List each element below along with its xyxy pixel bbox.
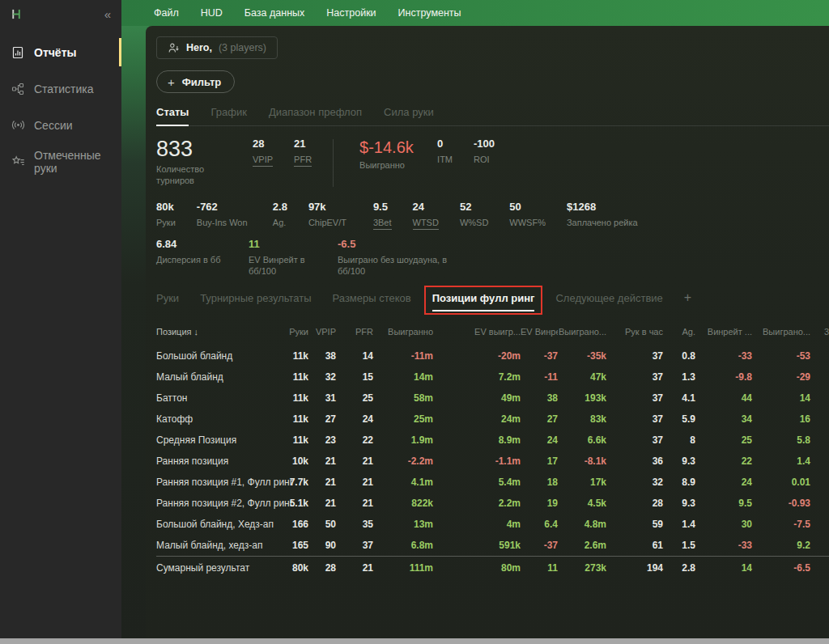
stat-row1-7: -100ROI [474,138,495,165]
value-cell: 59 [606,519,663,530]
menu-item-5[interactable]: Инструменты [398,7,461,19]
value-cell: 44 [695,392,752,404]
value-cell: -6.5 [752,562,810,574]
player-selector-button[interactable]: Hero, (3 players) [156,36,278,59]
report-tab-label: + [684,290,691,304]
column-header-8[interactable]: Выиграно... [558,327,606,337]
value-cell: 4.5k [558,498,606,509]
value-cell: 90 [308,540,336,551]
column-header-4[interactable]: PFR [336,327,373,337]
value-cell: -0.93 [752,498,810,509]
value-cell: 111m [373,562,433,574]
stat-label[interactable]: VPIP [253,154,273,167]
column-header-6[interactable]: EV выигр... [433,327,521,337]
value-cell: 21 [336,455,373,467]
table-row[interactable]: Малый блайнд, хедз-ап16590376.8m591k-372… [156,535,829,556]
value-cell: 0.8 [663,350,695,362]
stat-label[interactable]: WTSD [413,217,439,230]
report-tab-1[interactable]: Руки [156,292,179,311]
sessions-icon [11,118,25,132]
value-cell: 25 [336,392,373,404]
report-tab-2[interactable]: Турнирные результаты [200,292,311,311]
stat-row2-5: 9.53Bet [373,201,392,230]
active-item-indicator [119,38,121,66]
value-cell: 8.9 [663,477,695,488]
value-cell: -37 [521,540,558,551]
value-cell: -7.5 [752,519,810,530]
stat-label: ChipEV/T [308,217,352,228]
column-header-10[interactable]: Ag. [663,327,695,337]
value-cell: -11 [521,371,558,383]
value-cell: 37 [606,392,663,404]
table-row[interactable]: Большой блайнд, Хедз-ап166503513m4m6.44.… [156,514,829,535]
table-row[interactable]: Средняя Позиция11k23221.9m8.9m246.6k3782… [156,430,829,451]
value-cell: 58m [373,392,433,404]
stat-row1-5: $-14.6kВыигранно [359,138,416,171]
column-header-11[interactable]: Винрейт ... [695,327,752,337]
view-tab-4[interactable]: Сила руки [384,106,434,118]
table-row[interactable]: Баттон11k312558m49m38193k374.14414 [156,388,829,409]
column-header-12[interactable]: Выиграно... [752,327,810,337]
collapse-sidebar-icon[interactable]: « [104,8,111,20]
sidebar-item-3[interactable]: Сессии [0,107,121,143]
value-cell: 38 [308,350,336,362]
view-tab-1[interactable]: Статы [156,106,189,118]
value-cell: 38 [521,392,558,404]
value-cell: 7.2m [433,371,521,383]
table-row[interactable]: Катофф11k272425m24m2783k375.93416 [156,409,829,430]
stat-label[interactable]: PFR [294,154,312,167]
table-row[interactable]: Ранняя позиция #2, Фулл ринг5.1k2121822k… [156,493,829,514]
column-header-7[interactable]: EV Винре... [521,327,558,337]
column-header-13[interactable]: 3 [810,327,829,337]
table-row[interactable]: Ранняя позиция #1, Фулл ринг7.7k21214.1m… [156,472,829,493]
stat-value: 52 [460,201,488,214]
menu-item-4[interactable]: Настройки [326,7,376,19]
column-header-9[interactable]: Рук в час [606,327,663,337]
stat-row1-2: 28VPIP [253,138,273,167]
view-tabs: СтатыГрафикДиапазон префлопСила руки [156,106,829,126]
positions-table: Позиция ↓РукиVPIPPFRВыигранноEV выигр...… [156,318,829,578]
column-header-1[interactable]: Позиция ↓ [156,327,278,337]
report-tab-3[interactable]: Размеры стеков [333,292,411,311]
view-tab-2[interactable]: График [210,106,246,118]
table-row[interactable]: Малый блайнд11k321514m7.2m-1147k371.3-9.… [156,366,829,388]
player-name: Hero, [186,42,212,53]
position-cell: Малый блайнд [156,371,278,383]
menu-item-3[interactable]: База данных [244,7,304,19]
table-row[interactable]: Ранняя позиция10k2121-2.2m-1.1m17-8.1k36… [156,451,829,472]
value-cell: 11k [278,392,308,404]
value-cell: 1.3 [663,371,695,383]
stat-label[interactable]: 3Bet [373,217,392,230]
add-report-tab-button[interactable]: + [684,292,691,311]
sidebar-item-2[interactable]: Статистика [0,70,121,107]
report-tab-5[interactable]: Следующее действие [555,292,662,311]
marked-hands-icon [11,155,25,168]
value-cell: 24m [433,413,521,425]
stats-divider [333,139,334,187]
value-cell: 22 [336,434,373,446]
sidebar-header: « [0,0,121,28]
report-panel: Hero, (3 players) + Фильтр СтатыГрафикДи… [146,26,829,644]
value-cell: 24 [521,434,558,446]
table-row[interactable]: Большой блайнд11k3814-11m-20m-37-35k370.… [156,345,829,366]
menu-item-1[interactable]: Файл [154,7,179,19]
app-logo-icon [11,8,23,20]
report-tab-label: Позиции фулл ринг [432,292,535,304]
filter-button[interactable]: + Фильтр [156,70,235,93]
menu-item-2[interactable]: HUD [201,7,223,19]
sidebar-item-4[interactable]: Отмеченные руки [0,143,121,180]
value-cell: 4.1m [373,477,433,488]
sidebar-item-label: Отмеченные руки [34,149,121,175]
sidebar-item-1[interactable]: Отчёты [0,34,121,70]
column-header-5[interactable]: Выигранно [373,327,433,337]
value-cell: -8.1k [558,455,606,467]
column-header-2[interactable]: Руки [278,327,308,337]
column-header-3[interactable]: VPIP [308,327,336,337]
position-cell: Ранняя позиция #2, Фулл ринг [156,498,278,509]
value-cell: 4.8m [558,519,606,530]
view-tab-3[interactable]: Диапазон префлоп [269,106,362,118]
report-tab-4[interactable]: Позиции фулл ринг [432,292,535,311]
stat-label: WWSF% [509,217,546,228]
stat-value: -100 [474,138,495,150]
stat-row3-1: 6.84Дисперсия в бб [156,239,227,265]
